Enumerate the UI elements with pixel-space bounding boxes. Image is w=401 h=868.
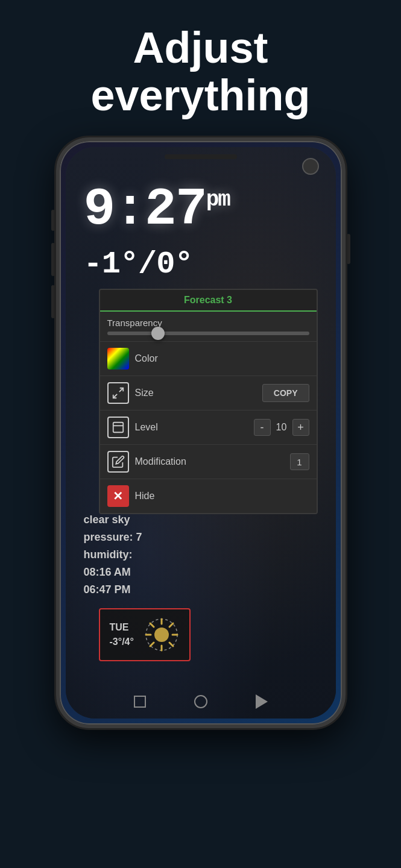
forecast-text: TUE -3°/4° xyxy=(110,620,134,649)
settings-popup: Forecast 3 Transparency Color xyxy=(99,289,318,514)
svg-rect-2 xyxy=(113,423,123,433)
phone-screen: 9:27pm -1°/0° Forecast 3 Transparency xyxy=(66,147,336,719)
svg-line-12 xyxy=(169,623,173,627)
nav-home-button[interactable] xyxy=(194,695,207,708)
level-label: Level xyxy=(135,422,248,433)
page-wrapper: Adjust everything 9:27pm -1°/0° xyxy=(0,0,401,728)
hide-label: Hide xyxy=(135,491,309,502)
svg-line-0 xyxy=(119,388,122,392)
sun-icon xyxy=(144,617,180,653)
level-value: 10 xyxy=(273,422,290,433)
color-row[interactable]: Color xyxy=(100,342,317,376)
volume-down-button xyxy=(51,285,55,318)
transparency-slider[interactable] xyxy=(107,332,309,335)
color-icon xyxy=(107,348,129,370)
header-line2: everything xyxy=(90,71,310,119)
phone-notch xyxy=(165,154,237,159)
level-icon xyxy=(107,417,129,438)
ampm-label: pm xyxy=(206,187,230,212)
forecast-widget[interactable]: TUE -3°/4° xyxy=(99,608,191,661)
weather-humidity: humidity: xyxy=(84,546,142,564)
modification-label: Modification xyxy=(135,456,284,467)
weather-pressure: pressure: 7 xyxy=(84,529,142,546)
volume-up-button xyxy=(51,243,55,276)
forecast-temp: -3°/4° xyxy=(110,635,134,649)
transparency-row: Transparency xyxy=(100,312,317,342)
weather-info: clear sky pressure: 7 humidity: 08:16 AM… xyxy=(84,511,142,598)
svg-line-10 xyxy=(150,623,154,627)
color-label: Color xyxy=(135,353,309,364)
camera-lens xyxy=(302,158,319,175)
level-row: Level - 10 + xyxy=(100,410,317,445)
weather-sunset: 06:47 PM xyxy=(84,581,142,599)
size-row[interactable]: Size COPY xyxy=(100,376,317,410)
time-display: 9:27pm xyxy=(84,183,230,236)
mute-button xyxy=(51,210,55,231)
svg-line-11 xyxy=(169,643,173,646)
size-icon xyxy=(107,382,129,404)
level-controls: - 10 + xyxy=(254,419,309,436)
modification-value: 1 xyxy=(290,453,309,470)
hide-icon: ✕ xyxy=(107,485,129,507)
modification-icon xyxy=(107,451,129,473)
temp-range-value: -1°/0° xyxy=(84,247,193,282)
modification-row[interactable]: Modification 1 xyxy=(100,445,317,479)
forecast-day: TUE xyxy=(110,620,134,635)
header-line1: Adjust xyxy=(133,24,268,72)
nav-back-button[interactable] xyxy=(256,694,268,709)
temp-display: -1°/0° xyxy=(84,247,193,282)
bottom-navigation xyxy=(66,694,336,709)
time-value: 9:27 xyxy=(84,180,206,239)
svg-point-5 xyxy=(154,627,169,642)
svg-line-1 xyxy=(113,394,116,398)
power-button xyxy=(347,234,350,264)
copy-button[interactable]: COPY xyxy=(262,384,309,402)
size-label: Size xyxy=(135,388,256,398)
slider-thumb[interactable] xyxy=(151,327,165,340)
phone-container: 9:27pm -1°/0° Forecast 3 Transparency xyxy=(56,137,346,728)
phone-frame: 9:27pm -1°/0° Forecast 3 Transparency xyxy=(56,137,346,728)
transparency-label: Transparency xyxy=(107,318,162,328)
hide-row[interactable]: ✕ Hide xyxy=(100,479,317,513)
nav-square-button[interactable] xyxy=(134,696,146,708)
svg-line-13 xyxy=(150,643,154,646)
level-plus-button[interactable]: + xyxy=(292,419,309,436)
weather-condition: clear sky xyxy=(84,511,142,529)
header-text: Adjust everything xyxy=(0,0,401,137)
popup-title: Forecast 3 xyxy=(99,289,318,312)
level-minus-button[interactable]: - xyxy=(254,419,271,436)
weather-sunrise: 08:16 AM xyxy=(84,564,142,581)
